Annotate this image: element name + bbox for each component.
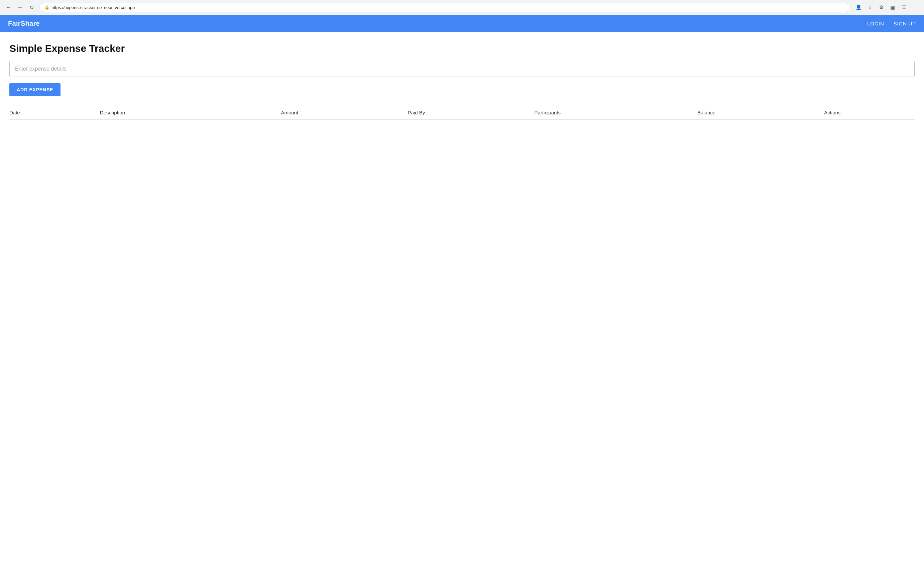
column-header-actions: Actions (824, 106, 914, 120)
table-header-row: Date Description Amount Paid By Particip… (10, 106, 914, 120)
address-bar[interactable]: 🔒 https://expense-tracker-six-neon.verce… (39, 3, 850, 12)
column-header-description: Description (100, 106, 281, 120)
expense-details-input[interactable] (10, 61, 914, 77)
column-header-date: Date (10, 106, 100, 120)
browser-chrome: ← → ↻ 🔒 https://expense-tracker-six-neon… (0, 0, 924, 15)
browser-actions: 👤 ☆ ⚙ ▣ ☰ … (854, 3, 920, 12)
more-icon-button[interactable]: … (911, 3, 920, 12)
column-header-paid-by: Paid By (408, 106, 534, 120)
extensions-icon-button[interactable]: ⚙ (877, 3, 886, 12)
column-header-participants: Participants (534, 106, 697, 120)
url-text: https://expense-tracker-six-neon.vercel.… (52, 5, 135, 10)
column-header-amount: Amount (281, 106, 408, 120)
add-expense-button[interactable]: ADD EXPENSE (10, 83, 60, 96)
profile-icon-button[interactable]: 👤 (854, 3, 863, 12)
login-link[interactable]: LOGIN (867, 21, 884, 26)
browser-nav-buttons: ← → ↻ (4, 3, 36, 12)
tab-icon-button[interactable]: ▣ (888, 3, 897, 12)
expense-table: Date Description Amount Paid By Particip… (10, 106, 914, 120)
back-button[interactable]: ← (4, 3, 13, 12)
lock-icon: 🔒 (44, 5, 50, 10)
signup-link[interactable]: SIGN UP (893, 21, 916, 26)
app-navbar: FairShare LOGIN SIGN UP (0, 15, 924, 32)
table-header: Date Description Amount Paid By Particip… (10, 106, 914, 120)
main-content: Simple Expense Tracker ADD EXPENSE Date … (0, 32, 924, 130)
app-brand: FairShare (8, 20, 40, 28)
column-header-balance: Balance (697, 106, 824, 120)
forward-button[interactable]: → (15, 3, 25, 12)
bookmark-icon-button[interactable]: ☰ (899, 3, 909, 12)
star-icon-button[interactable]: ☆ (865, 3, 874, 12)
page-title: Simple Expense Tracker (10, 43, 914, 54)
refresh-button[interactable]: ↻ (27, 3, 36, 12)
app-nav-links: LOGIN SIGN UP (867, 21, 916, 26)
